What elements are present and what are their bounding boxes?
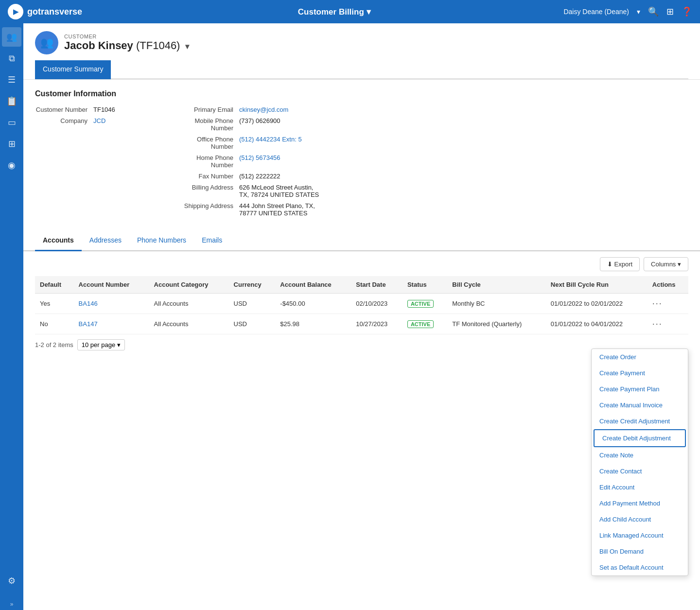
sidebar-item-customers[interactable]: 👥 <box>2 27 21 47</box>
cell-start-date-1: 02/10/2023 <box>351 294 402 314</box>
menu-item-create-debit-adjustment[interactable]: Create Debit Adjustment <box>594 429 686 447</box>
value-company[interactable]: JCD <box>93 117 105 124</box>
user-name[interactable]: Daisy Deane (Deane) <box>563 8 629 16</box>
top-nav: ▶ gotransverse Customer Billing ▾ Daisy … <box>0 0 700 23</box>
cell-next-bill-1: 01/01/2022 to 02/01/2022 <box>546 294 648 314</box>
customer-info-grid: Customer Number TF1046 Company JCD Prima… <box>35 106 688 221</box>
tab-phone-numbers[interactable]: Phone Numbers <box>129 230 194 251</box>
col-status: Status <box>402 276 447 294</box>
menu-item-create-manual-invoice[interactable]: Create Manual Invoice <box>592 397 688 413</box>
info-row-company: Company JCD <box>35 117 161 124</box>
customer-info-section: Customer Information Customer Number TF1… <box>23 80 700 230</box>
menu-item-bill-on-demand[interactable]: Bill On Demand <box>592 543 688 559</box>
accounts-table: Default Account Number Account Category … <box>35 276 688 334</box>
menu-item-edit-account[interactable]: Edit Account <box>592 479 688 495</box>
table-body: Yes BA146 All Accounts USD -$450.00 02/1… <box>35 294 688 334</box>
menu-item-create-credit-adjustment[interactable]: Create Credit Adjustment <box>592 413 688 429</box>
info-row-fax: Fax Number (512) 2222222 <box>181 173 319 180</box>
search-icon[interactable]: 🔍 <box>648 6 659 17</box>
customer-avatar: 👥 <box>35 31 58 54</box>
content-area: 👥 CUSTOMER Jacob Kinsey (TF1046) ▾ Custo… <box>23 23 700 610</box>
value-shipping-address: 444 John Street Plano, TX,78777 UNITED S… <box>239 202 315 217</box>
cell-status-1: ACTIVE <box>402 294 447 314</box>
row-actions-button-2[interactable]: ··· <box>652 319 663 329</box>
menu-item-link-managed-account[interactable]: Link Managed Account <box>592 527 688 543</box>
accounts-tabs-bar: Accounts Addresses Phone Numbers Emails <box>23 230 700 251</box>
sidebar-item-copy[interactable]: ⧉ <box>2 49 21 68</box>
table-row: Yes BA146 All Accounts USD -$450.00 02/1… <box>35 294 688 314</box>
menu-item-create-order[interactable]: Create Order <box>592 349 688 365</box>
cell-balance-2: $25.98 <box>275 314 351 334</box>
col-next-bill-cycle-run: Next Bill Cycle Run <box>546 276 648 294</box>
sidebar-item-list[interactable]: ☰ <box>2 70 21 89</box>
sidebar-item-palette[interactable]: ◉ <box>2 156 21 175</box>
sidebar-item-calc[interactable]: ⊞ <box>2 134 21 154</box>
tab-accounts[interactable]: Accounts <box>35 230 82 251</box>
label-primary-email: Primary Email <box>181 106 239 113</box>
sidebar-expand-button[interactable]: » <box>2 598 21 610</box>
label-company: Company <box>35 117 93 124</box>
cell-category-2: All Accounts <box>149 314 229 334</box>
cell-account-number-2[interactable]: BA147 <box>74 314 149 334</box>
cell-currency-1: USD <box>229 294 276 314</box>
sidebar-item-card[interactable]: ▭ <box>2 113 21 132</box>
info-row-mobile: Mobile PhoneNumber (737) 0626900 <box>181 117 319 132</box>
col-bill-cycle: Bill Cycle <box>447 276 546 294</box>
sidebar-item-document[interactable]: 📋 <box>2 91 21 111</box>
help-icon[interactable]: ❓ <box>682 6 692 17</box>
info-row-customer-number: Customer Number TF1046 <box>35 106 161 113</box>
col-account-category: Account Category <box>149 276 229 294</box>
menu-item-set-default-account[interactable]: Set as Default Account <box>592 559 688 575</box>
columns-button[interactable]: Columns ▾ <box>644 257 688 271</box>
nav-title[interactable]: Customer Billing ▾ <box>105 7 563 17</box>
menu-item-create-payment[interactable]: Create Payment <box>592 365 688 381</box>
per-page-selector[interactable]: 10 per page ▾ <box>77 339 125 350</box>
info-col-left: Customer Number TF1046 Company JCD <box>35 106 161 221</box>
cell-bill-cycle-2: TF Monitored (Quarterly) <box>447 314 546 334</box>
value-customer-number: TF1046 <box>93 106 115 113</box>
customer-dropdown-arrow[interactable]: ▾ <box>185 42 189 51</box>
menu-item-add-child-account[interactable]: Add Child Account <box>592 511 688 527</box>
menu-item-add-payment-method[interactable]: Add Payment Method <box>592 495 688 511</box>
export-button[interactable]: ⬇ Export <box>600 257 640 271</box>
cell-account-number-1[interactable]: BA146 <box>74 294 149 314</box>
menu-item-create-payment-plan[interactable]: Create Payment Plan <box>592 381 688 397</box>
info-row-home: Home PhoneNumber (512) 5673456 <box>181 154 319 169</box>
customer-tabs: Customer Summary <box>35 60 688 79</box>
col-account-balance: Account Balance <box>275 276 351 294</box>
pagination-summary: 1-2 of 2 items <box>35 341 73 349</box>
value-primary-email[interactable]: ckinsey@jcd.com <box>239 106 288 113</box>
cell-bill-cycle-1: Monthly BC <box>447 294 546 314</box>
sidebar-item-gear[interactable]: ⚙ <box>2 571 21 591</box>
grid-icon[interactable]: ⊞ <box>666 6 674 17</box>
cell-actions-1: ··· <box>648 294 688 314</box>
cell-default-2: No <box>35 314 74 334</box>
main-layout: 👥 ⧉ ☰ 📋 ▭ ⊞ ◉ ⚙ » 👥 CUSTOMER Jacob Kinse… <box>0 23 700 610</box>
row-actions-button-1[interactable]: ··· <box>652 298 663 309</box>
menu-item-create-contact[interactable]: Create Contact <box>592 463 688 479</box>
cell-next-bill-2: 01/01/2022 to 04/01/2022 <box>546 314 648 334</box>
col-default: Default <box>35 276 74 294</box>
value-home-phone[interactable]: (512) 5673456 <box>239 154 280 169</box>
tab-customer-summary[interactable]: Customer Summary <box>35 60 111 79</box>
cell-category-1: All Accounts <box>149 294 229 314</box>
user-dropdown-arrow: ▾ <box>637 8 640 16</box>
customer-id: (TF1046) <box>136 39 180 52</box>
label-mobile-phone: Mobile PhoneNumber <box>181 117 239 132</box>
value-office-phone[interactable]: (512) 4442234 Extn: 5 <box>239 136 302 150</box>
logo-area[interactable]: ▶ gotransverse <box>8 4 105 19</box>
menu-item-create-note[interactable]: Create Note <box>592 447 688 463</box>
customer-name: Jacob Kinsey (TF1046) ▾ <box>64 39 189 52</box>
cell-actions-2: ··· <box>648 314 688 334</box>
value-fax: (512) 2222222 <box>239 173 280 180</box>
cell-status-2: ACTIVE <box>402 314 447 334</box>
tab-emails[interactable]: Emails <box>194 230 230 251</box>
table-header: Default Account Number Account Category … <box>35 276 688 294</box>
col-actions: Actions <box>648 276 688 294</box>
label-billing-address: Billing Address <box>181 184 239 198</box>
info-row-office: Office PhoneNumber (512) 4442234 Extn: 5 <box>181 136 319 150</box>
customer-info-title: Customer Information <box>35 89 688 98</box>
cell-default-1: Yes <box>35 294 74 314</box>
tab-addresses[interactable]: Addresses <box>82 230 129 251</box>
sidebar: 👥 ⧉ ☰ 📋 ▭ ⊞ ◉ ⚙ » <box>0 23 23 610</box>
